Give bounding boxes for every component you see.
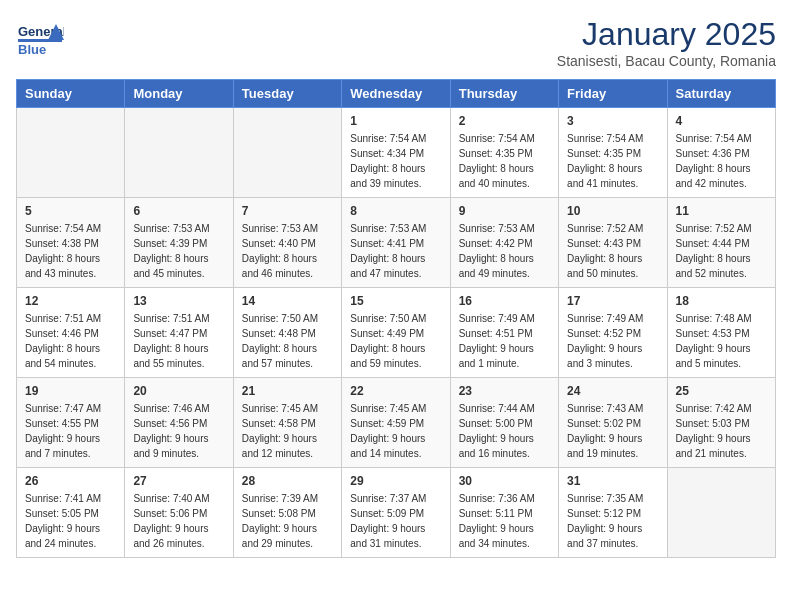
day-info: Sunrise: 7:37 AM Sunset: 5:09 PM Dayligh… [350,491,441,551]
logo-icon: General Blue [16,16,64,64]
logo: General Blue [16,16,64,64]
day-number: 20 [133,384,224,398]
day-number: 29 [350,474,441,488]
weekday-header-thursday: Thursday [450,80,558,108]
calendar-cell: 6Sunrise: 7:53 AM Sunset: 4:39 PM Daylig… [125,198,233,288]
calendar-cell: 24Sunrise: 7:43 AM Sunset: 5:02 PM Dayli… [559,378,667,468]
calendar-cell: 11Sunrise: 7:52 AM Sunset: 4:44 PM Dayli… [667,198,775,288]
calendar-cell: 20Sunrise: 7:46 AM Sunset: 4:56 PM Dayli… [125,378,233,468]
page-subtitle: Stanisesti, Bacau County, Romania [557,53,776,69]
day-number: 17 [567,294,658,308]
calendar-cell: 25Sunrise: 7:42 AM Sunset: 5:03 PM Dayli… [667,378,775,468]
calendar-cell: 16Sunrise: 7:49 AM Sunset: 4:51 PM Dayli… [450,288,558,378]
day-info: Sunrise: 7:52 AM Sunset: 4:44 PM Dayligh… [676,221,767,281]
day-info: Sunrise: 7:53 AM Sunset: 4:40 PM Dayligh… [242,221,333,281]
day-info: Sunrise: 7:47 AM Sunset: 4:55 PM Dayligh… [25,401,116,461]
day-info: Sunrise: 7:46 AM Sunset: 4:56 PM Dayligh… [133,401,224,461]
weekday-header-friday: Friday [559,80,667,108]
calendar-cell: 13Sunrise: 7:51 AM Sunset: 4:47 PM Dayli… [125,288,233,378]
page-title: January 2025 [557,16,776,53]
day-info: Sunrise: 7:45 AM Sunset: 4:58 PM Dayligh… [242,401,333,461]
day-number: 26 [25,474,116,488]
calendar-cell [17,108,125,198]
day-number: 18 [676,294,767,308]
day-number: 27 [133,474,224,488]
day-number: 11 [676,204,767,218]
calendar-cell: 8Sunrise: 7:53 AM Sunset: 4:41 PM Daylig… [342,198,450,288]
day-info: Sunrise: 7:48 AM Sunset: 4:53 PM Dayligh… [676,311,767,371]
day-info: Sunrise: 7:41 AM Sunset: 5:05 PM Dayligh… [25,491,116,551]
calendar-week-4: 19Sunrise: 7:47 AM Sunset: 4:55 PM Dayli… [17,378,776,468]
day-info: Sunrise: 7:49 AM Sunset: 4:52 PM Dayligh… [567,311,658,371]
day-info: Sunrise: 7:50 AM Sunset: 4:48 PM Dayligh… [242,311,333,371]
calendar-table: SundayMondayTuesdayWednesdayThursdayFrid… [16,79,776,558]
day-number: 6 [133,204,224,218]
calendar-cell: 31Sunrise: 7:35 AM Sunset: 5:12 PM Dayli… [559,468,667,558]
day-number: 12 [25,294,116,308]
calendar-cell: 10Sunrise: 7:52 AM Sunset: 4:43 PM Dayli… [559,198,667,288]
weekday-header-saturday: Saturday [667,80,775,108]
calendar-cell: 19Sunrise: 7:47 AM Sunset: 4:55 PM Dayli… [17,378,125,468]
day-info: Sunrise: 7:54 AM Sunset: 4:36 PM Dayligh… [676,131,767,191]
calendar-cell: 26Sunrise: 7:41 AM Sunset: 5:05 PM Dayli… [17,468,125,558]
day-number: 22 [350,384,441,398]
day-number: 15 [350,294,441,308]
calendar-cell: 15Sunrise: 7:50 AM Sunset: 4:49 PM Dayli… [342,288,450,378]
calendar-cell: 3Sunrise: 7:54 AM Sunset: 4:35 PM Daylig… [559,108,667,198]
day-info: Sunrise: 7:50 AM Sunset: 4:49 PM Dayligh… [350,311,441,371]
calendar-cell: 28Sunrise: 7:39 AM Sunset: 5:08 PM Dayli… [233,468,341,558]
weekday-header-monday: Monday [125,80,233,108]
calendar-cell: 2Sunrise: 7:54 AM Sunset: 4:35 PM Daylig… [450,108,558,198]
day-info: Sunrise: 7:39 AM Sunset: 5:08 PM Dayligh… [242,491,333,551]
weekday-header-sunday: Sunday [17,80,125,108]
day-info: Sunrise: 7:45 AM Sunset: 4:59 PM Dayligh… [350,401,441,461]
day-info: Sunrise: 7:35 AM Sunset: 5:12 PM Dayligh… [567,491,658,551]
calendar-cell: 22Sunrise: 7:45 AM Sunset: 4:59 PM Dayli… [342,378,450,468]
day-info: Sunrise: 7:51 AM Sunset: 4:46 PM Dayligh… [25,311,116,371]
day-info: Sunrise: 7:54 AM Sunset: 4:34 PM Dayligh… [350,131,441,191]
day-info: Sunrise: 7:43 AM Sunset: 5:02 PM Dayligh… [567,401,658,461]
day-info: Sunrise: 7:36 AM Sunset: 5:11 PM Dayligh… [459,491,550,551]
svg-text:Blue: Blue [18,42,46,57]
day-number: 31 [567,474,658,488]
day-number: 2 [459,114,550,128]
day-number: 10 [567,204,658,218]
day-number: 19 [25,384,116,398]
day-number: 3 [567,114,658,128]
day-info: Sunrise: 7:53 AM Sunset: 4:42 PM Dayligh… [459,221,550,281]
day-info: Sunrise: 7:52 AM Sunset: 4:43 PM Dayligh… [567,221,658,281]
calendar-cell: 23Sunrise: 7:44 AM Sunset: 5:00 PM Dayli… [450,378,558,468]
calendar-cell: 12Sunrise: 7:51 AM Sunset: 4:46 PM Dayli… [17,288,125,378]
title-section: January 2025 Stanisesti, Bacau County, R… [557,16,776,69]
calendar-cell: 29Sunrise: 7:37 AM Sunset: 5:09 PM Dayli… [342,468,450,558]
calendar-cell: 9Sunrise: 7:53 AM Sunset: 4:42 PM Daylig… [450,198,558,288]
day-info: Sunrise: 7:40 AM Sunset: 5:06 PM Dayligh… [133,491,224,551]
calendar-cell [667,468,775,558]
calendar-week-3: 12Sunrise: 7:51 AM Sunset: 4:46 PM Dayli… [17,288,776,378]
calendar-cell: 7Sunrise: 7:53 AM Sunset: 4:40 PM Daylig… [233,198,341,288]
day-info: Sunrise: 7:53 AM Sunset: 4:41 PM Dayligh… [350,221,441,281]
weekday-header-row: SundayMondayTuesdayWednesdayThursdayFrid… [17,80,776,108]
page-header: General Blue January 2025 Stanisesti, Ba… [16,16,776,69]
calendar-cell: 27Sunrise: 7:40 AM Sunset: 5:06 PM Dayli… [125,468,233,558]
day-number: 5 [25,204,116,218]
day-info: Sunrise: 7:42 AM Sunset: 5:03 PM Dayligh… [676,401,767,461]
calendar-cell: 17Sunrise: 7:49 AM Sunset: 4:52 PM Dayli… [559,288,667,378]
calendar-cell: 1Sunrise: 7:54 AM Sunset: 4:34 PM Daylig… [342,108,450,198]
calendar-week-2: 5Sunrise: 7:54 AM Sunset: 4:38 PM Daylig… [17,198,776,288]
calendar-cell: 18Sunrise: 7:48 AM Sunset: 4:53 PM Dayli… [667,288,775,378]
calendar-cell: 21Sunrise: 7:45 AM Sunset: 4:58 PM Dayli… [233,378,341,468]
day-number: 14 [242,294,333,308]
calendar-cell: 14Sunrise: 7:50 AM Sunset: 4:48 PM Dayli… [233,288,341,378]
day-number: 23 [459,384,550,398]
weekday-header-wednesday: Wednesday [342,80,450,108]
day-number: 21 [242,384,333,398]
calendar-cell [233,108,341,198]
calendar-cell [125,108,233,198]
day-number: 8 [350,204,441,218]
calendar-cell: 30Sunrise: 7:36 AM Sunset: 5:11 PM Dayli… [450,468,558,558]
day-number: 13 [133,294,224,308]
day-info: Sunrise: 7:49 AM Sunset: 4:51 PM Dayligh… [459,311,550,371]
calendar-week-1: 1Sunrise: 7:54 AM Sunset: 4:34 PM Daylig… [17,108,776,198]
day-number: 7 [242,204,333,218]
